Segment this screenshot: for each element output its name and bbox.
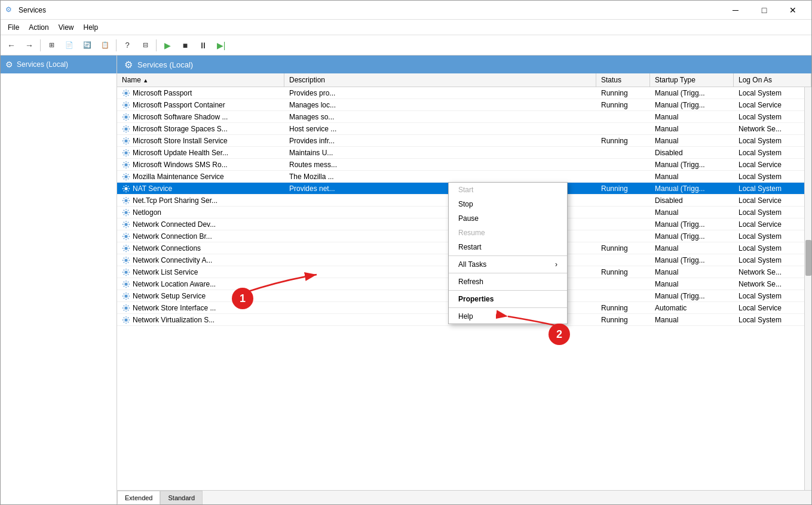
tb-forward[interactable]: → xyxy=(21,38,38,53)
table-row[interactable]: Microsoft Store Install Service Provides… xyxy=(117,135,811,147)
service-icon xyxy=(122,220,130,229)
td-startup: Manual (Trigg... xyxy=(650,230,734,242)
th-desc[interactable]: Description xyxy=(284,73,596,87)
tab-extended[interactable]: Extended xyxy=(117,491,160,504)
tb-stop[interactable]: ■ xyxy=(177,38,194,53)
svg-point-9 xyxy=(124,199,127,202)
tb-step[interactable]: ▶| xyxy=(213,38,229,53)
minimize-button[interactable]: ─ xyxy=(722,1,749,20)
svg-point-5 xyxy=(124,151,127,154)
tb-pause[interactable]: ⏸ xyxy=(195,38,212,53)
ctx-item-refresh[interactable]: Refresh xyxy=(449,275,567,289)
th-status[interactable]: Status xyxy=(596,73,650,87)
service-icon xyxy=(122,184,130,193)
td-startup: Manual (Trigg... xyxy=(650,99,734,110)
sidebar-icon: ⚙ xyxy=(5,60,13,69)
th-name[interactable]: Name ▲ xyxy=(117,73,284,87)
tb-sep-2 xyxy=(116,39,117,51)
svg-point-16 xyxy=(124,282,127,285)
table-row[interactable]: Microsoft Software Shadow ... Manages so… xyxy=(117,111,811,123)
tb-list[interactable]: 📋 xyxy=(97,38,114,53)
ctx-item-resume: Resume xyxy=(449,226,567,240)
td-logon: Network Se... xyxy=(734,278,811,290)
tb-refresh[interactable]: 🔄 xyxy=(79,38,96,53)
td-startup: Manual xyxy=(650,123,734,134)
td-logon: Local System xyxy=(734,242,811,254)
tb-back[interactable]: ← xyxy=(3,38,20,53)
table-row[interactable]: Microsoft Passport Container Manages loc… xyxy=(117,99,811,111)
th-startup[interactable]: Startup Type xyxy=(650,73,734,87)
td-status xyxy=(596,278,650,290)
main-area: ⚙ Services (Local) ⚙ Services (Local) Na… xyxy=(1,56,811,504)
scrollbar-thumb[interactable] xyxy=(805,240,811,276)
svg-point-14 xyxy=(124,258,127,261)
td-logon: Local Service xyxy=(734,218,811,230)
tb-help[interactable]: ? xyxy=(119,38,136,53)
svg-point-15 xyxy=(124,270,127,273)
tab-standard[interactable]: Standard xyxy=(160,491,203,504)
ctx-item-stop[interactable]: Stop xyxy=(449,197,567,211)
table-row[interactable]: Microsoft Passport Provides pro... Runni… xyxy=(117,87,811,99)
td-logon: Local Service xyxy=(734,99,811,110)
ctx-item-help[interactable]: Help xyxy=(449,309,567,324)
td-desc: The Mozilla ... xyxy=(284,171,596,182)
td-startup: Disabled xyxy=(650,195,734,206)
td-name: Microsoft Passport Container xyxy=(117,99,284,110)
close-button[interactable]: ✕ xyxy=(779,1,807,20)
th-logon[interactable]: Log On As xyxy=(734,73,811,87)
td-status xyxy=(596,230,650,242)
svg-point-8 xyxy=(124,187,127,190)
td-desc: Maintains U... xyxy=(284,147,596,158)
menu-view[interactable]: View xyxy=(54,22,79,33)
td-startup: Manual (Trigg... xyxy=(650,183,734,194)
td-status xyxy=(596,290,650,301)
table-row[interactable]: Microsoft Storage Spaces S... Host servi… xyxy=(117,123,811,135)
service-icon xyxy=(122,113,130,121)
table-header: Name ▲ Description Status Startup Type L… xyxy=(117,73,811,87)
td-status: Running xyxy=(596,266,650,278)
td-status xyxy=(596,195,650,206)
menu-help[interactable]: Help xyxy=(79,22,103,33)
ctx-item-pause[interactable]: Pause xyxy=(449,211,567,226)
title-bar-text: Services xyxy=(19,6,722,14)
scrollbar[interactable] xyxy=(804,73,811,490)
tb-square[interactable]: ⊟ xyxy=(137,38,154,53)
table-row[interactable]: Mozilla Maintenance Service The Mozilla … xyxy=(117,171,811,183)
td-name: Network Virtualization S... xyxy=(117,314,284,325)
service-icon xyxy=(122,137,130,145)
menu-action[interactable]: Action xyxy=(24,22,53,33)
content-header: ⚙ Services (Local) xyxy=(117,56,811,73)
td-status xyxy=(596,171,650,182)
td-status: Running xyxy=(596,135,650,146)
tb-doc[interactable]: 📄 xyxy=(61,38,78,53)
td-logon: Network Se... xyxy=(734,266,811,278)
td-startup: Manual xyxy=(650,111,734,122)
service-icon xyxy=(122,125,130,133)
service-icon xyxy=(122,244,130,252)
td-startup: Manual (Trigg... xyxy=(650,218,734,230)
title-bar: ⚙ Services ─ □ ✕ xyxy=(1,1,811,20)
table-row[interactable]: Microsoft Update Health Ser... Maintains… xyxy=(117,147,811,159)
service-icon xyxy=(122,101,130,109)
td-status: Running xyxy=(596,302,650,313)
td-startup: Manual (Trigg... xyxy=(650,254,734,266)
table-row[interactable]: Microsoft Windows SMS Ro... Routes mess.… xyxy=(117,159,811,171)
tb-play[interactable]: ▶ xyxy=(159,38,176,53)
td-logon: Local System xyxy=(734,183,811,194)
svg-point-17 xyxy=(124,294,127,297)
td-status: Running xyxy=(596,99,650,110)
tb-grid[interactable]: ⊞ xyxy=(43,38,60,53)
td-startup: Manual (Trigg... xyxy=(650,159,734,170)
service-icon xyxy=(122,196,130,205)
ctx-item-properties[interactable]: Properties xyxy=(449,292,567,306)
td-name: Network Connectivity A... xyxy=(117,254,284,266)
menu-file[interactable]: File xyxy=(3,22,24,33)
td-name: Microsoft Software Shadow ... xyxy=(117,111,284,122)
td-status xyxy=(596,147,650,158)
maximize-button[interactable]: □ xyxy=(750,1,778,20)
td-startup: Manual xyxy=(650,135,734,146)
svg-point-11 xyxy=(124,223,127,226)
ctx-item-all-tasks[interactable]: All Tasks› xyxy=(449,257,567,272)
td-name: Microsoft Windows SMS Ro... xyxy=(117,159,284,170)
ctx-item-restart[interactable]: Restart xyxy=(449,240,567,254)
